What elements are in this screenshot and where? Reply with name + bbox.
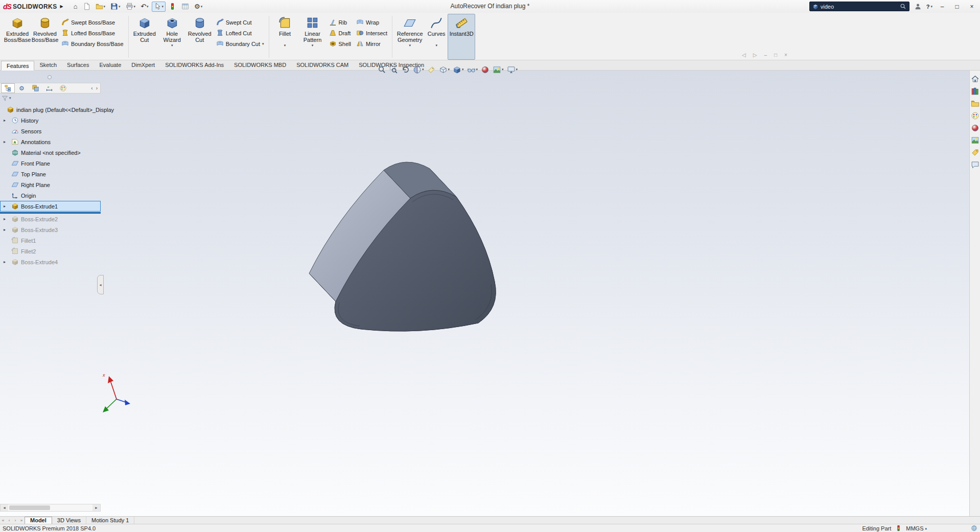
open-button[interactable]: ▾	[94, 2, 108, 12]
tab-solidworks-add-ins[interactable]: SOLIDWORKS Add-Ins	[160, 60, 229, 70]
tab-dimxpert[interactable]: DimXpert	[126, 60, 160, 70]
search-scope-icon[interactable]	[812, 4, 819, 10]
solidworks-resources-button[interactable]	[971, 75, 979, 83]
doc-minimize-icon[interactable]: –	[764, 52, 767, 58]
wrap-button[interactable]: Wrap	[354, 17, 390, 28]
tab-dimxpertmanager[interactable]	[42, 83, 56, 93]
caret-icon[interactable]: ▾	[119, 5, 121, 9]
caret-icon[interactable]: ▾	[502, 67, 504, 72]
new-document-button[interactable]	[81, 2, 92, 12]
help-button[interactable]: ?▾	[926, 4, 932, 10]
tree-root-part[interactable]: indian plug (Default<<Default>_Display	[0, 104, 101, 115]
expand-icon[interactable]: ▸	[4, 201, 6, 212]
scenes-button[interactable]	[971, 136, 979, 145]
user-account-icon[interactable]	[914, 3, 922, 10]
caret-icon[interactable]: ▾	[930, 5, 932, 9]
previous-view-button[interactable]	[400, 64, 411, 75]
scroll-left-button[interactable]: ◄	[1, 504, 8, 511]
graphics-viewport[interactable]: x	[0, 71, 980, 516]
caret-icon[interactable]: ▾	[462, 67, 464, 72]
tab-propertymanager[interactable]: ⚙	[15, 83, 29, 93]
tab-3d-views[interactable]: 3D Views	[52, 517, 86, 524]
caret-icon[interactable]: ▾	[147, 5, 149, 9]
tab-motion-study-1[interactable]: Motion Study 1	[86, 517, 134, 524]
shell-button[interactable]: Shell	[326, 38, 354, 49]
tab-first-button[interactable]: «	[0, 517, 6, 524]
boundary-boss-base-button[interactable]: Boundary Boss/Base	[59, 38, 126, 49]
home-button[interactable]: ⌂	[72, 2, 80, 12]
mirror-button[interactable]: Mirror	[354, 38, 390, 49]
caret-icon[interactable]: ▾	[435, 43, 437, 48]
zoom-to-fit-button[interactable]	[376, 64, 388, 75]
boundary-cut-button[interactable]: Boundary Cut▾	[214, 38, 267, 49]
tab-solidworks-cam[interactable]: SOLIDWORKS CAM	[291, 60, 354, 70]
caret-icon[interactable]: ▾	[104, 5, 106, 9]
tree-horizontal-scrollbar[interactable]: ◄ ►	[0, 504, 101, 512]
tree-item-sensors[interactable]: Sensors	[0, 126, 101, 136]
hole-wizard-button[interactable]: HoleWizard ▾	[158, 14, 186, 60]
tab-evaluate[interactable]: Evaluate	[94, 60, 126, 70]
solidworks-forum-button[interactable]	[971, 160, 979, 169]
graphics-area[interactable]: x	[0, 71, 980, 516]
reference-geometry-button[interactable]: ReferenceGeometry ▾	[394, 14, 425, 60]
tree-item-fillet1[interactable]: Fillet1	[0, 235, 101, 246]
intersect-button[interactable]: Intersect	[354, 28, 390, 38]
swept-boss-base-button[interactable]: Swept Boss/Base	[59, 17, 126, 28]
file-explorer-button[interactable]	[971, 99, 979, 108]
instant3d-button[interactable]: Instant3D	[448, 14, 475, 60]
revolved-boss-base-button[interactable]: RevolvedBoss/Base	[31, 14, 59, 60]
caret-icon[interactable]: ▾	[476, 67, 478, 72]
view-settings-button[interactable]: ▾	[505, 64, 520, 75]
tab-scroll-left-icon[interactable]: ‹	[91, 85, 92, 91]
tab-solidworks-mbd[interactable]: SOLIDWORKS MBD	[229, 60, 291, 70]
panel-splitter-handle[interactable]	[48, 75, 52, 79]
expand-icon[interactable]: ▸	[4, 136, 6, 147]
search-input[interactable]	[821, 4, 898, 10]
minimize-button[interactable]: –	[937, 3, 947, 10]
section-view-button[interactable]: ▾	[411, 64, 426, 75]
scroll-right-button[interactable]: ►	[92, 504, 100, 511]
tree-item-boss-extrude4[interactable]: ▸ Boss-Extrude4	[0, 257, 101, 267]
expand-icon[interactable]: ▸	[4, 257, 6, 267]
zoom-to-area-button[interactable]	[388, 64, 400, 75]
solidworks-menu[interactable]: dS SOLIDWORKS ▶	[3, 3, 63, 11]
lofted-boss-base-button[interactable]: Lofted Boss/Base	[59, 28, 126, 38]
tree-item-history[interactable]: ▸ History	[0, 115, 101, 126]
rib-button[interactable]: Rib	[326, 17, 354, 28]
options-button[interactable]: ⚙▾	[192, 2, 204, 12]
rebuild-button[interactable]	[167, 2, 178, 12]
caret-icon[interactable]: ▾	[409, 43, 411, 48]
caret-icon[interactable]: ▾	[162, 5, 164, 9]
caret-icon[interactable]: ▾	[9, 96, 11, 100]
tree-item-fillet2[interactable]: Fillet2	[0, 246, 101, 257]
caret-icon[interactable]: ▾	[201, 5, 203, 9]
tab-next-button[interactable]: ›	[12, 517, 18, 524]
filter-funnel-icon[interactable]	[2, 95, 8, 102]
dynamic-annotation-views-button[interactable]	[426, 64, 437, 75]
expand-icon[interactable]: ▸	[4, 115, 6, 126]
model-body[interactable]	[309, 162, 496, 331]
tab-last-button[interactable]: »	[18, 517, 25, 524]
tab-displaymanager[interactable]	[56, 83, 70, 93]
restore-button[interactable]: □	[952, 3, 962, 10]
tree-item-boss-extrude2[interactable]: ▸ Boss-Extrude2	[0, 214, 101, 224]
edit-appearance-button[interactable]	[479, 64, 491, 75]
draft-button[interactable]: Draft	[326, 28, 354, 38]
linear-pattern-button[interactable]: LinearPattern ▾	[299, 14, 326, 60]
extruded-cut-button[interactable]: ExtrudedCut	[131, 14, 158, 60]
hide-show-items-button[interactable]: ▾	[465, 64, 480, 75]
caret-icon[interactable]: ▾	[448, 67, 450, 72]
doc-restore-icon[interactable]: □	[774, 52, 777, 58]
expand-icon[interactable]: ▸	[4, 224, 6, 235]
view-palette-button[interactable]	[971, 111, 979, 120]
swept-cut-button[interactable]: Swept Cut	[214, 17, 267, 28]
appearances-scenes-button[interactable]	[971, 124, 979, 132]
panel-collapse-tab[interactable]: ◂	[97, 275, 104, 294]
tab-features[interactable]: Features	[1, 61, 34, 71]
tree-item-boss-extrude3[interactable]: ▸ Boss-Extrude3	[0, 224, 101, 235]
tab-prev-button[interactable]: ‹	[6, 517, 12, 524]
caret-icon[interactable]: ▾	[284, 43, 286, 48]
tree-item-annotations[interactable]: ▸ Annotations	[0, 136, 101, 147]
caret-icon[interactable]: ▾	[171, 43, 173, 48]
lofted-cut-button[interactable]: Lofted Cut	[214, 28, 267, 38]
